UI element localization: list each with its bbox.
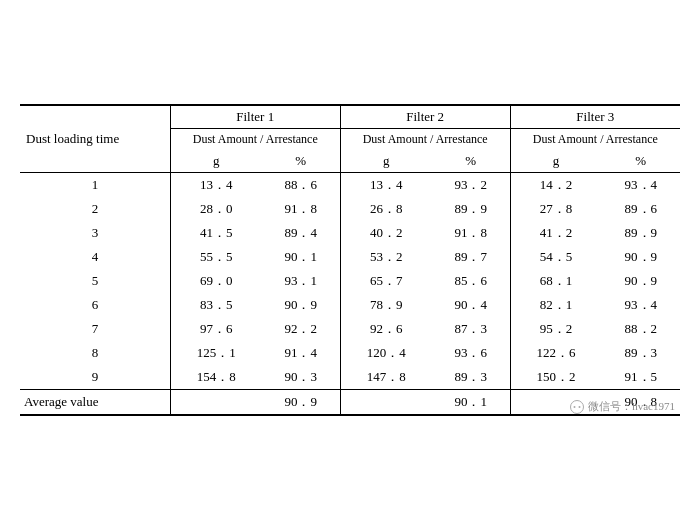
cell: 89．6 xyxy=(602,197,680,221)
cell: 89．7 xyxy=(432,245,510,269)
table-row: 683．590．978．990．482．193．4 xyxy=(20,293,680,317)
cell: 88．2 xyxy=(602,317,680,341)
unit-f2p: % xyxy=(432,150,510,173)
unit-f3g: g xyxy=(510,150,601,173)
cell: 89．9 xyxy=(432,197,510,221)
cell: 2 xyxy=(20,197,170,221)
cell: 41．5 xyxy=(170,221,261,245)
wechat-icon xyxy=(570,400,584,414)
cell: 93．4 xyxy=(602,173,680,198)
cell: 91．4 xyxy=(262,341,340,365)
table-row: 113．488．613．493．214．293．4 xyxy=(20,173,680,198)
cell: 82．1 xyxy=(510,293,601,317)
unit-f3p: % xyxy=(602,150,680,173)
cell: 91．8 xyxy=(262,197,340,221)
cell: 92．2 xyxy=(262,317,340,341)
col-dust-loading-time: Dust loading time xyxy=(20,105,170,173)
cell: 65．7 xyxy=(340,269,431,293)
cell: 89．3 xyxy=(432,365,510,390)
cell: 83．5 xyxy=(170,293,261,317)
cell: 9 xyxy=(20,365,170,390)
avg-f1g xyxy=(170,390,261,416)
watermark: 微信号：hvac1971 xyxy=(570,399,675,414)
watermark-text: 微信号：hvac1971 xyxy=(588,399,675,414)
table-row: 228．091．826．889．927．889．6 xyxy=(20,197,680,221)
page-container: Dust loading time Filter 1 Filter 2 Filt… xyxy=(10,94,690,426)
avg-label: Average value xyxy=(20,390,170,416)
cell: 147．8 xyxy=(340,365,431,390)
filter2-header: Filter 2 xyxy=(340,105,510,129)
table-body: 113．488．613．493．214．293．4228．091．826．889… xyxy=(20,173,680,390)
cell: 6 xyxy=(20,293,170,317)
unit-f2g: g xyxy=(340,150,431,173)
cell: 3 xyxy=(20,221,170,245)
header-row-1: Dust loading time Filter 1 Filter 2 Filt… xyxy=(20,105,680,129)
cell: 13．4 xyxy=(340,173,431,198)
avg-f2p: 90．1 xyxy=(432,390,510,416)
sub-header-f3: Dust Amount / Arrestance xyxy=(510,129,680,151)
cell: 14．2 xyxy=(510,173,601,198)
cell: 4 xyxy=(20,245,170,269)
cell: 41．2 xyxy=(510,221,601,245)
cell: 7 xyxy=(20,317,170,341)
cell: 90．9 xyxy=(602,245,680,269)
cell: 120．4 xyxy=(340,341,431,365)
cell: 93．4 xyxy=(602,293,680,317)
cell: 40．2 xyxy=(340,221,431,245)
cell: 125．1 xyxy=(170,341,261,365)
cell: 26．8 xyxy=(340,197,431,221)
data-table: Dust loading time Filter 1 Filter 2 Filt… xyxy=(20,104,680,416)
cell: 68．1 xyxy=(510,269,601,293)
avg-f1p: 90．9 xyxy=(262,390,340,416)
table-row: 8125．191．4120．493．6122．689．3 xyxy=(20,341,680,365)
filter1-header: Filter 1 xyxy=(170,105,340,129)
cell: 90．9 xyxy=(602,269,680,293)
cell: 89．4 xyxy=(262,221,340,245)
cell: 122．6 xyxy=(510,341,601,365)
svg-point-2 xyxy=(579,406,581,408)
cell: 92．6 xyxy=(340,317,431,341)
unit-f1p: % xyxy=(262,150,340,173)
cell: 91．8 xyxy=(432,221,510,245)
cell: 8 xyxy=(20,341,170,365)
cell: 89．3 xyxy=(602,341,680,365)
cell: 28．0 xyxy=(170,197,261,221)
cell: 54．5 xyxy=(510,245,601,269)
table-row: 9154．890．3147．889．3150．291．5 xyxy=(20,365,680,390)
cell: 78．9 xyxy=(340,293,431,317)
unit-f1g: g xyxy=(170,150,261,173)
table-row: 569．093．165．785．668．190．9 xyxy=(20,269,680,293)
sub-header-f1: Dust Amount / Arrestance xyxy=(170,129,340,151)
cell: 55．5 xyxy=(170,245,261,269)
cell: 85．6 xyxy=(432,269,510,293)
cell: 95．2 xyxy=(510,317,601,341)
cell: 13．4 xyxy=(170,173,261,198)
cell: 1 xyxy=(20,173,170,198)
cell: 53．2 xyxy=(340,245,431,269)
table-row: 797．692．292．687．395．288．2 xyxy=(20,317,680,341)
cell: 97．6 xyxy=(170,317,261,341)
cell: 91．5 xyxy=(602,365,680,390)
svg-point-0 xyxy=(571,400,584,413)
cell: 90．9 xyxy=(262,293,340,317)
cell: 93．6 xyxy=(432,341,510,365)
cell: 93．1 xyxy=(262,269,340,293)
table-row: 455．590．153．289．754．590．9 xyxy=(20,245,680,269)
cell: 87．3 xyxy=(432,317,510,341)
cell: 90．3 xyxy=(262,365,340,390)
filter3-header: Filter 3 xyxy=(510,105,680,129)
cell: 88．6 xyxy=(262,173,340,198)
cell: 27．8 xyxy=(510,197,601,221)
cell: 69．0 xyxy=(170,269,261,293)
cell: 150．2 xyxy=(510,365,601,390)
svg-point-1 xyxy=(574,406,576,408)
sub-header-f2: Dust Amount / Arrestance xyxy=(340,129,510,151)
cell: 154．8 xyxy=(170,365,261,390)
avg-f2g xyxy=(340,390,431,416)
cell: 90．1 xyxy=(262,245,340,269)
cell: 90．4 xyxy=(432,293,510,317)
table-row: 341．589．440．291．841．289．9 xyxy=(20,221,680,245)
cell: 5 xyxy=(20,269,170,293)
cell: 93．2 xyxy=(432,173,510,198)
cell: 89．9 xyxy=(602,221,680,245)
